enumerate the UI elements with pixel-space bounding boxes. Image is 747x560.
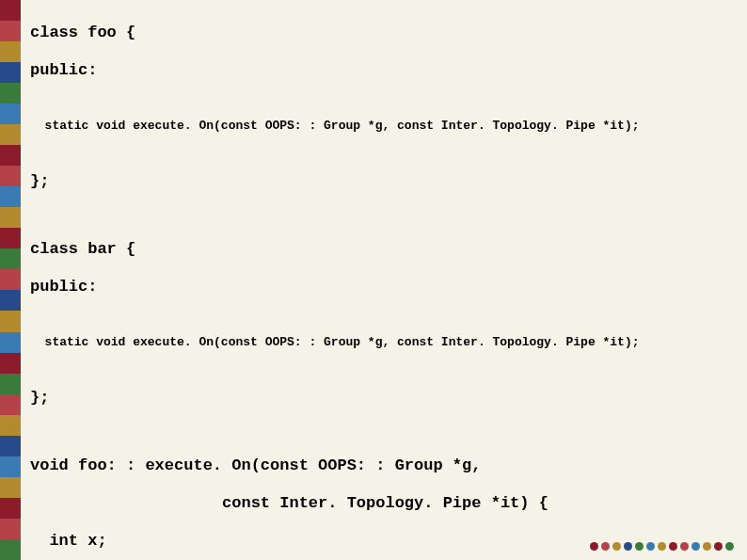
dot-icon	[635, 542, 644, 551]
stripe-cell	[0, 83, 21, 104]
stripe-cell	[0, 415, 21, 436]
dot-icon	[624, 542, 632, 551]
stripe-cell	[0, 21, 21, 41]
stripe-cell	[0, 62, 21, 83]
stripe-cell	[0, 0, 21, 21]
dot-icon	[669, 542, 677, 551]
stripe-cell	[0, 104, 21, 124]
dot-icon	[714, 542, 723, 551]
code-line: static void execute. On(const OOPS: : Gr…	[30, 117, 738, 136]
decorative-left-stripe	[0, 0, 21, 560]
code-line: public:	[30, 277, 738, 297]
dot-icon	[612, 542, 621, 551]
stripe-cell	[0, 290, 21, 311]
stripe-cell	[0, 353, 21, 374]
stripe-cell	[0, 145, 21, 166]
stripe-cell	[0, 311, 21, 331]
code-line: public:	[30, 60, 738, 81]
code-line: };	[30, 388, 738, 408]
stripe-cell	[0, 436, 21, 456]
stripe-cell	[0, 207, 21, 228]
code-line: };	[30, 171, 738, 192]
stripe-cell	[0, 332, 21, 353]
stripe-cell	[0, 477, 21, 498]
stripe-cell	[0, 498, 21, 519]
dot-icon	[590, 542, 598, 551]
code-line: static void execute. On(const OOPS: : Gr…	[30, 333, 738, 352]
dot-icon	[601, 542, 610, 551]
stripe-cell	[0, 269, 21, 290]
dot-icon	[646, 542, 655, 551]
stripe-cell	[0, 186, 21, 207]
stripe-cell	[0, 456, 21, 477]
stripe-cell	[0, 374, 21, 394]
stripe-cell	[0, 394, 21, 415]
dot-icon	[725, 542, 734, 551]
stripe-cell	[0, 41, 21, 62]
stripe-cell	[0, 519, 21, 539]
code-line: class foo {	[30, 23, 738, 43]
code-line: void foo: : execute. On(const OOPS: : Gr…	[30, 456, 738, 476]
decorative-dots	[590, 542, 734, 551]
stripe-cell	[0, 166, 21, 186]
code-block: class foo { public: static void execute.…	[30, 6, 738, 532]
slide: class foo { public: static void execute.…	[0, 0, 747, 560]
stripe-cell	[0, 228, 21, 248]
stripe-cell	[0, 248, 21, 269]
dot-icon	[703, 542, 711, 551]
dot-icon	[691, 542, 700, 551]
dot-icon	[680, 542, 689, 551]
stripe-cell	[0, 124, 21, 145]
code-line: const Inter. Topology. Pipe *it) {	[30, 493, 738, 514]
code-line: class bar {	[30, 239, 738, 260]
dot-icon	[658, 542, 666, 551]
stripe-cell	[0, 539, 21, 560]
